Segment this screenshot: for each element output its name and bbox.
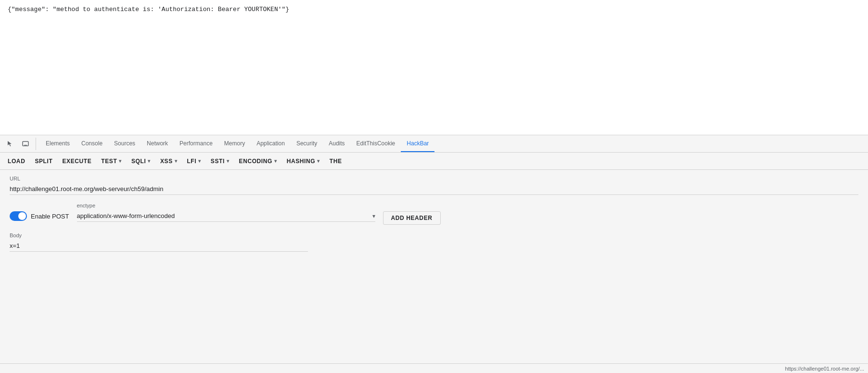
hashing-button[interactable]: HASHING ▾ xyxy=(283,155,324,167)
body-section: Body xyxy=(10,232,858,252)
devtools-icon-toolbar xyxy=(4,138,36,150)
status-url: https://challenge01.root-me.org/... xyxy=(785,366,864,372)
url-label: URL xyxy=(10,176,858,181)
enable-post-label: Enable POST xyxy=(31,213,69,220)
add-header-button[interactable]: ADD HEADER xyxy=(383,211,441,225)
tab-network[interactable]: Network xyxy=(141,135,174,152)
tab-console[interactable]: Console xyxy=(76,135,108,152)
encoding-button[interactable]: ENCODING ▾ xyxy=(235,155,281,167)
encoding-dropdown-arrow: ▾ xyxy=(274,158,277,164)
enctype-label: enctype xyxy=(77,203,375,208)
the-button[interactable]: THE xyxy=(326,155,346,167)
tab-hackbar[interactable]: HackBar xyxy=(401,135,434,152)
hackbar-content: URL Enable POST enctype application/x-ww… xyxy=(0,170,868,363)
enctype-select-wrapper: application/x-www-form-urlencoded multip… xyxy=(77,210,375,222)
enctype-dropdown-arrow: ▾ xyxy=(372,213,375,219)
body-label: Body xyxy=(10,232,858,238)
tab-application[interactable]: Application xyxy=(251,135,291,152)
tab-performance[interactable]: Performance xyxy=(174,135,218,152)
tab-sources[interactable]: Sources xyxy=(108,135,141,152)
lfi-button[interactable]: LFI ▾ xyxy=(183,155,204,167)
enctype-select[interactable]: application/x-www-form-urlencoded multip… xyxy=(77,212,372,219)
execute-button[interactable]: EXECUTE xyxy=(58,155,95,167)
test-button[interactable]: TEST ▾ xyxy=(97,155,126,167)
tab-memory[interactable]: Memory xyxy=(218,135,251,152)
tab-list: Elements Console Sources Network Perform… xyxy=(40,135,434,152)
page-content: {"message": "method to authenticate is: … xyxy=(0,0,868,135)
test-dropdown-arrow: ▾ xyxy=(119,158,122,164)
body-input[interactable] xyxy=(10,240,308,252)
enable-post-toggle[interactable] xyxy=(10,211,27,221)
ssti-button[interactable]: SSTI ▾ xyxy=(207,155,233,167)
enable-post-container: Enable POST xyxy=(10,211,69,221)
split-button[interactable]: SPLIT xyxy=(31,155,56,167)
tab-editthiscookie[interactable]: EditThisCookie xyxy=(351,135,401,152)
xss-button[interactable]: XSS ▾ xyxy=(156,155,181,167)
sqli-button[interactable]: SQLI ▾ xyxy=(128,155,154,167)
xss-dropdown-arrow: ▾ xyxy=(175,158,178,164)
devtools-tab-bar: Elements Console Sources Network Perform… xyxy=(0,135,868,153)
svg-rect-1 xyxy=(24,145,27,145)
url-section: URL xyxy=(10,176,858,195)
tab-elements[interactable]: Elements xyxy=(40,135,76,152)
json-message: {"message": "method to authenticate is: … xyxy=(8,6,289,13)
hackbar-toolbar: LOAD SPLIT EXECUTE TEST ▾ SQLI ▾ XSS ▾ L… xyxy=(0,153,868,170)
lfi-dropdown-arrow: ▾ xyxy=(198,158,201,164)
devtools-panel: Elements Console Sources Network Perform… xyxy=(0,135,868,373)
post-section: Enable POST enctype application/x-www-fo… xyxy=(10,203,858,225)
sqli-dropdown-arrow: ▾ xyxy=(148,158,151,164)
tab-audits[interactable]: Audits xyxy=(323,135,350,152)
cursor-icon-button[interactable] xyxy=(4,138,16,150)
device-icon-button[interactable] xyxy=(19,138,32,150)
hashing-dropdown-arrow: ▾ xyxy=(317,158,320,164)
enctype-section: enctype application/x-www-form-urlencode… xyxy=(77,203,375,222)
tab-security[interactable]: Security xyxy=(291,135,323,152)
ssti-dropdown-arrow: ▾ xyxy=(227,158,230,164)
url-input[interactable] xyxy=(10,183,858,195)
load-button[interactable]: LOAD xyxy=(4,155,29,167)
status-bar: https://challenge01.root-me.org/... xyxy=(0,363,868,373)
